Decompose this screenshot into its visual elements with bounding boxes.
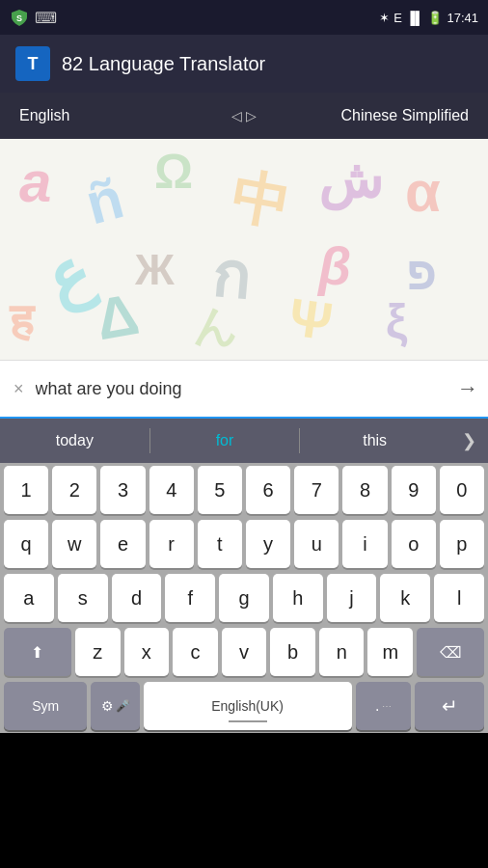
key-m[interactable]: m <box>367 628 413 676</box>
suggestion-for[interactable]: for <box>150 419 300 463</box>
settings-icon: ⚙ <box>101 698 114 714</box>
backspace-key[interactable]: ⌫ <box>417 628 484 676</box>
translation-input[interactable] <box>36 379 449 399</box>
key-k[interactable]: k <box>380 574 430 622</box>
sym-key[interactable]: Sym <box>4 682 87 730</box>
key-u[interactable]: u <box>294 520 339 568</box>
suggestion-more-button[interactable]: ❯ <box>449 430 488 451</box>
suggestion-bar: today for this ❯ <box>0 419 488 463</box>
key-6[interactable]: 6 <box>246 466 290 514</box>
lang-switch-divider[interactable]: ◁ ▷ <box>231 108 257 123</box>
shield-icon: S <box>10 8 29 27</box>
deco-area: a ñ Ω 中 ش α ع Ж ก β פ ह Δ ん Ψ ξ <box>0 139 488 361</box>
network-icon: E <box>393 11 402 25</box>
key-7[interactable]: 7 <box>294 466 339 514</box>
key-j[interactable]: j <box>327 574 377 622</box>
key-0[interactable]: 0 <box>440 466 484 514</box>
chevron-left-icon: ◁ <box>231 108 242 123</box>
key-y[interactable]: y <box>246 520 290 568</box>
key-p[interactable]: p <box>440 520 484 568</box>
key-f[interactable]: f <box>165 574 215 622</box>
app-logo: T <box>15 46 50 81</box>
key-e[interactable]: e <box>100 520 145 568</box>
svg-text:S: S <box>16 14 22 23</box>
input-area: × → <box>0 361 488 419</box>
battery-icon: 🔋 <box>427 11 443 25</box>
key-g[interactable]: g <box>219 574 269 622</box>
key-3[interactable]: 3 <box>100 466 145 514</box>
signal-bars: ▐▌ <box>406 11 423 25</box>
key-z[interactable]: z <box>75 628 121 676</box>
keyboard-asdf-row: a s d f g h j k l <box>0 571 488 625</box>
key-o[interactable]: o <box>392 520 436 568</box>
bluetooth-icon: ✶ <box>379 11 390 25</box>
key-l[interactable]: l <box>434 574 484 622</box>
app-bar: T 82 Language Translator <box>0 35 488 93</box>
key-a[interactable]: a <box>4 574 54 622</box>
keyboard-bottom-row: Sym ⚙ 🎤 English(UK) . ⋯ ↵ <box>0 679 488 733</box>
key-1[interactable]: 1 <box>4 466 48 514</box>
enter-icon: ↵ <box>442 694 458 718</box>
key-5[interactable]: 5 <box>198 466 242 514</box>
key-i[interactable]: i <box>342 520 387 568</box>
key-b[interactable]: b <box>270 628 315 676</box>
backspace-icon: ⌫ <box>440 643 462 662</box>
shift-key[interactable]: ⬆ <box>4 628 71 676</box>
period-dots: ⋯ <box>382 701 392 712</box>
key-t[interactable]: t <box>198 520 242 568</box>
keyboard-number-row: 1 2 3 4 5 6 7 8 9 0 <box>0 463 488 517</box>
key-h[interactable]: h <box>273 574 323 622</box>
source-language[interactable]: English <box>8 103 231 128</box>
chevron-right-icon: ▷ <box>246 108 257 123</box>
keyboard-qwerty-row: q w e r t y u i o p <box>0 517 488 571</box>
space-key[interactable]: English(UK) <box>144 682 352 730</box>
key-n[interactable]: n <box>319 628 365 676</box>
keyboard: 1 2 3 4 5 6 7 8 9 0 q w e r t y u i o p … <box>0 463 488 733</box>
key-8[interactable]: 8 <box>342 466 387 514</box>
suggestion-today[interactable]: today <box>0 419 149 463</box>
lang-bar: English ◁ ▷ Chinese Simplified <box>0 93 488 139</box>
key-v[interactable]: v <box>222 628 267 676</box>
key-r[interactable]: r <box>149 520 194 568</box>
key-4[interactable]: 4 <box>149 466 194 514</box>
key-9[interactable]: 9 <box>392 466 436 514</box>
key-d[interactable]: d <box>112 574 162 622</box>
keyboard-zxcv-row: ⬆ z x c v b n m ⌫ <box>0 625 488 679</box>
settings-mic-key[interactable]: ⚙ 🎤 <box>91 682 139 730</box>
key-w[interactable]: w <box>52 520 96 568</box>
enter-key[interactable]: ↵ <box>415 682 484 730</box>
clock: 17:41 <box>447 11 478 25</box>
clear-button[interactable]: × <box>10 375 28 403</box>
target-language[interactable]: Chinese Simplified <box>257 103 480 128</box>
status-bar: S ⌨ ✶ E ▐▌ 🔋 17:41 <box>0 0 488 35</box>
key-s[interactable]: s <box>58 574 108 622</box>
key-x[interactable]: x <box>124 628 170 676</box>
mic-icon: 🎤 <box>116 699 130 713</box>
key-2[interactable]: 2 <box>52 466 96 514</box>
key-q[interactable]: q <box>4 520 48 568</box>
keyboard-status-icon: ⌨ <box>35 9 57 27</box>
app-title: 82 Language Translator <box>62 53 265 75</box>
key-c[interactable]: c <box>173 628 218 676</box>
period-key[interactable]: . ⋯ <box>356 682 412 730</box>
shift-icon: ⬆ <box>31 643 43 662</box>
translate-button[interactable]: → <box>457 376 478 401</box>
suggestion-this[interactable]: this <box>300 419 449 463</box>
